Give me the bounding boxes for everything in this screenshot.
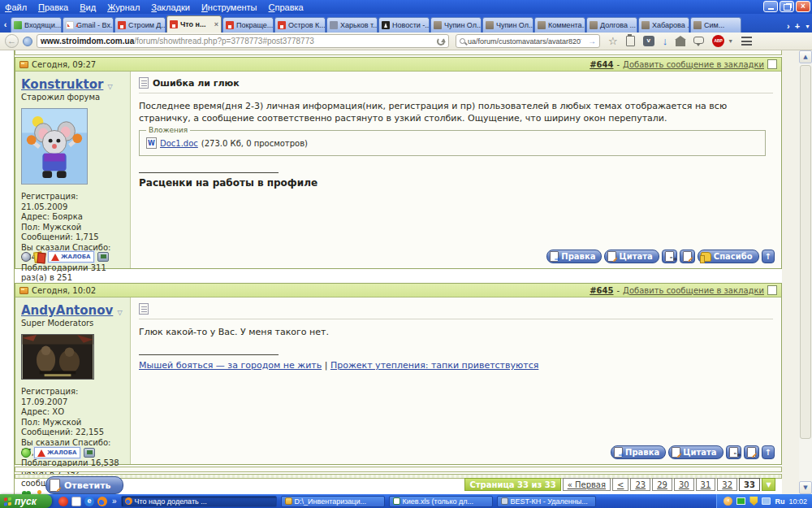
page-link[interactable]: 29 [652,478,672,491]
prev-page-link[interactable]: < [612,478,628,491]
avatar[interactable] [21,334,94,380]
quick-launch-overflow-icon[interactable]: » [112,497,117,506]
page-link[interactable]: 31 [696,478,716,491]
user-menu-icon[interactable]: ▽ [117,309,122,316]
tab-close-icon[interactable]: × [214,21,218,28]
page-link[interactable]: 30 [674,478,694,491]
ip-icon[interactable] [97,252,109,262]
tab-current[interactable]: Что н...× [166,15,222,33]
tab-comments[interactable]: Коммента... [534,17,585,33]
menu-edit[interactable]: Правка [33,2,75,13]
home-icon[interactable] [676,40,685,46]
site-identity-icon[interactable] [23,37,32,46]
search-input[interactable] [468,37,581,46]
downloads-icon[interactable]: ↓ [663,35,668,47]
post-number-link[interactable]: #645 [590,286,613,295]
bookmark-star-icon[interactable]: ☆ [608,36,618,46]
start-button[interactable]: пуск [0,494,52,508]
tab-list-icon[interactable]: ▼ [805,24,810,29]
signature-link[interactable]: Прожект утепления: тапки приветствуются [330,360,538,371]
scroll-up-icon[interactable]: ▲ [799,50,812,63]
search-bar[interactable]: → [456,34,600,48]
post-number-link[interactable]: #644 [590,60,613,69]
tab-sim[interactable]: Сим... [690,17,741,33]
tab-pokrashe[interactable]: Покраще... [222,17,274,33]
ip-icon[interactable] [84,448,95,458]
adblock-icon[interactable]: ABP [712,35,724,47]
thanks-button[interactable]: Спасибо [698,250,759,263]
address-bar[interactable]: www.stroimdom.com.ua/forum/showthread.ph… [37,34,449,48]
tab-dolgova[interactable]: Долгова ... [586,17,637,33]
quick-reply-button[interactable] [744,445,759,459]
tray-chevron-icon[interactable]: ‹ [723,497,732,506]
avatar[interactable] [21,108,88,185]
scroll-down-icon[interactable]: ▼ [799,481,812,494]
username-link[interactable]: Konstruktor [21,77,103,92]
post-checkbox[interactable] [767,285,777,295]
edit-button[interactable]: Правка [611,445,666,459]
taskbar-task-folder[interactable]: D:\_Инвентаризаци... [281,496,385,507]
menu-view[interactable]: Вид [75,2,102,13]
minimize-button[interactable] [763,1,778,12]
first-page-link[interactable]: « Первая [563,478,611,491]
post-checkbox[interactable] [767,59,777,69]
page-dropdown-button[interactable]: ▼ [762,478,775,491]
chat-icon[interactable] [693,37,704,44]
go-arrow-icon[interactable]: → [588,37,596,46]
security-shield-icon[interactable] [749,497,758,506]
menu-bookmarks[interactable]: Закладки [146,2,197,13]
new-tab-button[interactable]: + [795,21,800,31]
report-button[interactable]: ЖАЛОБА [34,447,80,458]
menu-history[interactable]: Журнал [102,2,146,13]
signature-link[interactable]: Мышей бояться — за городом не жить [139,360,322,371]
taskbar-task-excel[interactable]: Киев.xls (только дл... [389,496,493,507]
edit-button[interactable]: Правка [546,250,602,263]
document-icon[interactable] [71,497,81,506]
report-button[interactable]: ЖАЛОБА [48,251,94,263]
tab-khabarova[interactable]: Хабарова ... [638,17,689,33]
tab-news[interactable]: Новости -... [378,17,430,33]
taskbar-task-best[interactable]: BEST-КН - Удаленны... [497,496,596,507]
language-indicator[interactable]: Ru [775,497,784,506]
page-link[interactable]: 32 [717,478,737,491]
network-tray-icon[interactable] [762,497,771,505]
scrollbar-thumb[interactable] [800,65,811,439]
menu-file[interactable]: Файл [0,2,33,13]
bookmark-post-link[interactable]: Добавить сообщение в закладки [623,60,764,69]
tab-stroimdom[interactable]: Строим Д... [114,17,166,33]
taskbar-task-firefox[interactable]: Что надо доделать ... [121,496,277,507]
menu-help[interactable]: Справка [264,2,310,13]
menu-tools[interactable]: Инструменты [197,2,264,13]
reload-icon[interactable] [437,37,445,46]
user-menu-icon[interactable]: ▽ [107,83,112,90]
firefox-icon[interactable] [97,497,107,506]
tab-chupin1[interactable]: Чупин Ол... [430,17,482,33]
bookmark-post-link[interactable]: Добавить сообщение в закладки [623,286,764,295]
multiquote-button[interactable]: "+ [662,250,677,263]
quick-reply-button[interactable] [680,250,695,263]
scroll-top-button[interactable]: ↑ [762,250,775,263]
tab-scroll-right-icon[interactable]: › [787,21,790,31]
back-icon[interactable]: ← [5,34,19,48]
scroll-top-button[interactable]: ↑ [762,445,775,459]
close-button[interactable]: × [796,1,810,12]
tab-scroll-left-icon[interactable]: ‹ [0,18,11,33]
menu-icon[interactable] [741,37,752,46]
pocket-icon[interactable]: v [643,36,654,46]
page-link[interactable]: 23 [630,478,650,491]
tab-kharkov[interactable]: Харьков т... [326,17,378,33]
quote-button[interactable]: Цитата [604,250,659,263]
tab-ostrov[interactable]: Остров К... [274,17,326,33]
ie-icon[interactable]: e [84,497,94,506]
tab-gmail[interactable]: Gmail - Вх... [63,17,114,33]
attachment-link[interactable]: Doc1.doc [160,139,198,148]
scrollbar[interactable]: ▲ ▼ [799,50,812,494]
tab-inbox[interactable]: Входящи... [11,17,62,33]
restore-button[interactable] [780,1,794,12]
reply-button[interactable]: Ответить [45,476,123,494]
display-tray-icon[interactable] [736,497,745,505]
opera-icon[interactable] [58,497,68,506]
multiquote-button[interactable]: "+ [726,445,741,459]
tab-chupin2[interactable]: Чупин Ол... [482,17,533,33]
quote-button[interactable]: Цитата [668,445,723,459]
